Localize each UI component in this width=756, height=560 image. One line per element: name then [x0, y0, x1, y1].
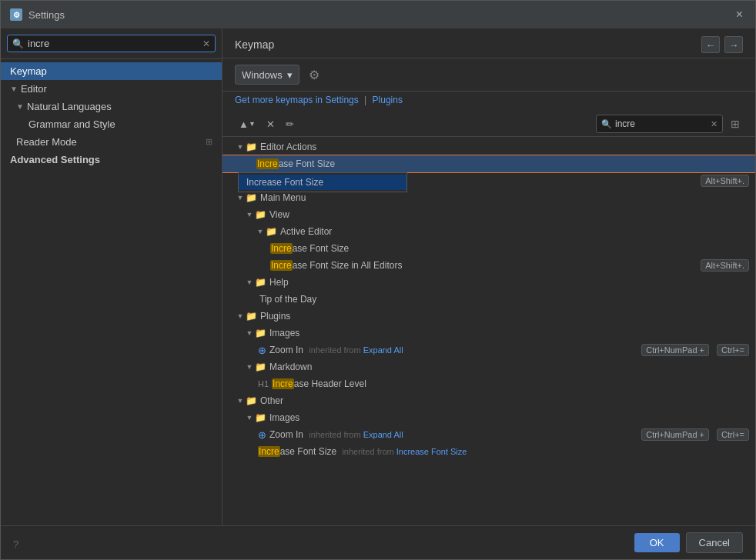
inherited-link-1[interactable]: Expand All	[363, 345, 403, 355]
panel-title: Keymap	[235, 38, 274, 51]
shortcut-badge-zoom-2b: Ctrl+=	[717, 428, 749, 441]
tree-row-zoom-in-2[interactable]: ⊕ Zoom In inherited from Expand All Ctrl…	[222, 426, 755, 443]
folder-icon-images-1: 📁	[255, 328, 266, 338]
sidebar-item-reader-mode-label: Reader Mode	[16, 136, 77, 148]
toolbar-right: 🔍 ✕ ⊞	[596, 115, 743, 133]
label-increase-font-size: Increase Font Size	[256, 158, 749, 169]
sidebar-item-advanced-settings-label: Advanced Settings	[10, 154, 100, 165]
label-active-editor: Active Editor	[280, 226, 749, 237]
expand-down-icon: ▼	[249, 120, 256, 128]
sidebar-item-advanced-settings[interactable]: Advanced Settings	[1, 151, 222, 168]
help-button[interactable]: ?	[13, 538, 18, 550]
sidebar-item-editor[interactable]: ▼ Editor	[1, 80, 222, 98]
label-rest-5: ase Header Level	[294, 378, 366, 389]
caret-other: ▼	[235, 397, 246, 405]
label-rest-1: ase Font Size	[279, 158, 335, 169]
sidebar-item-keymap[interactable]: Keymap	[1, 62, 222, 80]
tree-row-increase-header[interactable]: H1 Increase Header Level	[222, 375, 755, 392]
tree-row-increase-font-size-3[interactable]: Increase Font Size inherited from Increa…	[222, 443, 755, 460]
search-clear-button[interactable]: ✕	[202, 38, 210, 49]
toolbar: ▲ ▼ ✕ ✏ 🔍 ✕ ⊞	[222, 112, 755, 137]
sidebar-search-input[interactable]	[28, 38, 199, 49]
close-button[interactable]: ×	[733, 5, 746, 24]
dialog-title: Settings	[28, 9, 65, 21]
edit-button[interactable]: ✏	[282, 116, 298, 132]
shortcuts-1: Ctrl+NumPad + Ctrl+=	[637, 344, 749, 356]
close-icon: ✕	[266, 118, 275, 130]
shortcut-badge-zoom-2a: Ctrl+NumPad +	[641, 428, 709, 441]
shortcut-search-button[interactable]: ⊞	[728, 116, 743, 132]
inherited-text-2: inherited from	[309, 430, 363, 439]
keymap-bar: Windows ▾ ⚙	[222, 58, 755, 92]
expand-button[interactable]: ▲ ▼	[235, 116, 259, 132]
folder-icon-help: 📁	[255, 277, 266, 288]
cancel-button[interactable]: Cancel	[686, 532, 743, 553]
label-help: Help	[269, 277, 749, 288]
h1-label: H1	[258, 379, 269, 388]
match-incre-3: Incre	[270, 243, 293, 254]
plugins-link[interactable]: Plugins	[373, 95, 403, 105]
search-box: 🔍 ✕	[1, 28, 222, 59]
filter-input[interactable]	[615, 118, 707, 129]
caret-editor: ▼	[10, 85, 18, 93]
tree-row-active-editor[interactable]: ▼ 📁 Active Editor	[222, 223, 755, 240]
keymap-settings-button[interactable]: ⚙	[307, 66, 321, 84]
label-rest-3: ase Font Size	[293, 243, 349, 254]
label-other: Other	[260, 395, 749, 406]
search-input-wrapper: 🔍 ✕	[7, 35, 216, 52]
search-icon: 🔍	[12, 38, 24, 49]
tree-row-tip-of-day[interactable]: Tip of the Day	[222, 291, 755, 308]
tree-row-other[interactable]: ▼ 📁 Other	[222, 392, 755, 409]
caret-active-editor: ▼	[255, 228, 266, 235]
match-incre-5: Incre	[272, 378, 294, 389]
get-more-keymaps-link[interactable]: Get more keymaps in Settings	[235, 95, 359, 105]
label-editor-actions: Editor Actions	[260, 142, 749, 152]
label-plugins: Plugins	[260, 311, 749, 322]
tree-row-images-2[interactable]: ▼ 📁 Images	[222, 409, 755, 426]
nav-back-button[interactable]: ←	[701, 36, 720, 53]
label-rest-6: ase Font Size	[280, 446, 336, 457]
sidebar-item-natural-languages[interactable]: ▼ Natural Languages	[1, 98, 222, 115]
tree-row-view[interactable]: ▼ 📁 View	[222, 206, 755, 223]
caret-help: ▼	[244, 278, 255, 286]
inherited-link-2[interactable]: Expand All	[363, 430, 403, 439]
tree-row-increase-font-size[interactable]: Increase Font Size Increase Font Size	[222, 155, 755, 172]
tree-row-markdown[interactable]: ▼ 📁 Markdown	[222, 358, 755, 375]
filter-clear-button[interactable]: ✕	[711, 119, 718, 129]
sidebar-item-editor-label: Editor	[21, 83, 47, 95]
sidebar-item-grammar-style[interactable]: Grammar and Style	[1, 115, 222, 133]
inherited-link-3[interactable]: Increase Font Size	[396, 447, 467, 456]
tree-row-plugins[interactable]: ▼ 📁 Plugins	[222, 308, 755, 325]
filter-input-wrapper: 🔍 ✕	[596, 115, 723, 133]
label-zoom-in-2: Zoom In inherited from Expand All	[269, 429, 403, 440]
label-images-2: Images	[269, 412, 749, 423]
label-zoom-in-1: Zoom In inherited from Expand All	[269, 345, 403, 355]
tree-row-zoom-in-1[interactable]: ⊕ Zoom In inherited from Expand All Ctrl…	[222, 342, 755, 358]
match-incre-6: Incre	[258, 446, 280, 457]
edit-icon: ✏	[286, 118, 294, 130]
keymap-dropdown-arrow: ▾	[287, 69, 293, 81]
tree-area: ▼ 📁 Editor Actions Increase Font Size In…	[222, 137, 755, 525]
label-markdown: Markdown	[269, 362, 749, 372]
folder-icon-other: 📁	[246, 395, 257, 406]
tree-row-images-1[interactable]: ▼ 📁 Images	[222, 325, 755, 342]
ok-button[interactable]: OK	[634, 533, 680, 552]
autocomplete-item-increase-font-size[interactable]: Increase Font Size	[239, 175, 406, 190]
nav-forward-button[interactable]: →	[724, 36, 743, 53]
shortcut-badge-zoom-1b: Ctrl+=	[717, 344, 749, 356]
filter-search-icon: 🔍	[601, 119, 612, 129]
sidebar-item-keymap-label: Keymap	[10, 65, 47, 77]
app-icon: ⚙	[10, 8, 22, 21]
shortcuts-2: Ctrl+NumPad + Ctrl+=	[637, 428, 749, 441]
panel-header: Keymap ← →	[222, 28, 755, 58]
collapse-button[interactable]: ✕	[263, 116, 279, 132]
row-content-2: Increase Font Size in All Editors	[229, 260, 402, 271]
tree-row-help[interactable]: ▼ 📁 Help	[222, 274, 755, 291]
keymap-dropdown[interactable]: Windows ▾	[235, 65, 299, 85]
sidebar-item-reader-mode[interactable]: Reader Mode ⊞	[1, 133, 222, 151]
tree-row-increase-font-size-all-2[interactable]: Increase Font Size in All Editors Alt+Sh…	[222, 257, 755, 274]
tree-row-editor-actions[interactable]: ▼ 📁 Editor Actions	[222, 138, 755, 155]
tree-row-increase-font-size-2[interactable]: Increase Font Size	[222, 240, 755, 257]
caret-plugins: ▼	[235, 312, 246, 320]
folder-icon-view: 📁	[255, 209, 266, 220]
